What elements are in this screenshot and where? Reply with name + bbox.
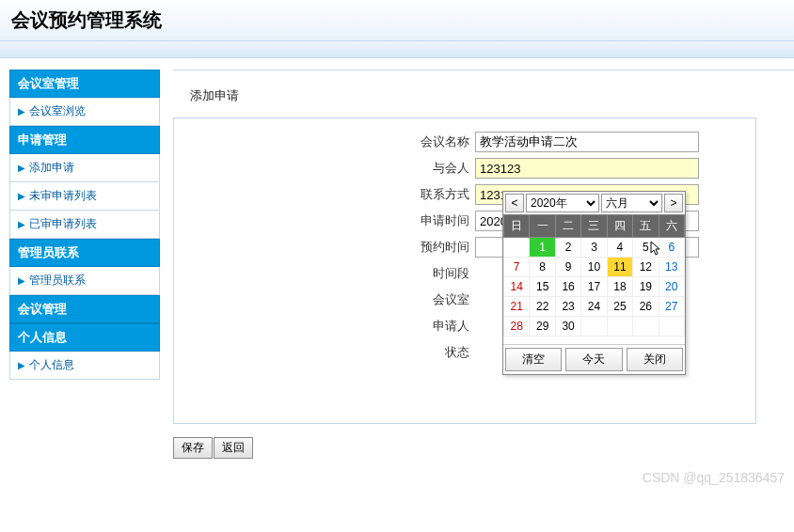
label-time-slot: 时间段	[174, 265, 475, 282]
calendar-day[interactable]: 11	[607, 258, 632, 277]
label-status: 状态	[174, 344, 475, 361]
calendar-weekday: 四	[607, 215, 632, 238]
sidebar-item-add-apply[interactable]: ▶添加申请	[9, 154, 160, 182]
calendar-day[interactable]: 20	[659, 277, 684, 297]
calendar-day	[581, 317, 607, 336]
calendar-year-select[interactable]: 2020年	[526, 194, 599, 212]
sidebar-item-profile[interactable]: ▶个人信息	[9, 352, 160, 380]
sidebar-item-admin-contact[interactable]: ▶管理员联系	[9, 267, 160, 295]
bullet-icon: ▶	[18, 106, 25, 117]
sidebar-item-reviewed[interactable]: ▶已审申请列表	[9, 211, 160, 239]
calendar-day[interactable]: 5	[633, 238, 659, 258]
calendar-day	[607, 317, 632, 336]
calendar-day[interactable]: 2	[555, 238, 580, 258]
button-bar: 保存返回	[173, 437, 794, 459]
calendar-day[interactable]: 16	[555, 277, 580, 297]
sidebar-header-profile[interactable]: 个人信息	[9, 323, 160, 352]
calendar-day[interactable]: 14	[504, 277, 530, 297]
calendar-day[interactable]: 13	[659, 258, 684, 277]
calendar-day[interactable]: 4	[607, 238, 632, 258]
calendar-weekday: 五	[633, 215, 659, 238]
calendar-day[interactable]: 27	[659, 297, 684, 317]
save-button[interactable]: 保存	[173, 437, 213, 459]
calendar-close-button[interactable]: 关闭	[627, 348, 683, 371]
bullet-icon: ▶	[18, 275, 25, 286]
calendar-day[interactable]: 22	[530, 297, 555, 317]
calendar-clear-button[interactable]: 清空	[505, 348, 562, 371]
calendar-month-select[interactable]: 六月	[601, 194, 662, 212]
calendar-weekday: 日	[504, 215, 530, 238]
calendar-grid: 日一二三四五六 12345678910111213141516171819202…	[503, 214, 685, 336]
calendar-day	[659, 317, 684, 336]
label-meeting-name: 会议名称	[174, 133, 475, 150]
calendar-day[interactable]: 10	[581, 258, 607, 277]
sidebar-header-room[interactable]: 会议室管理	[9, 70, 160, 98]
calendar-day[interactable]: 1	[530, 238, 555, 258]
calendar-day[interactable]: 7	[504, 258, 530, 277]
label-participants: 与会人	[174, 160, 475, 177]
calendar-next-button[interactable]: >	[664, 194, 683, 212]
sidebar: 会议室管理 ▶会议室浏览 申请管理 ▶添加申请 ▶未审申请列表 ▶已审申请列表 …	[9, 70, 160, 459]
calendar-day[interactable]: 6	[659, 238, 684, 258]
label-contact: 联系方式	[174, 186, 475, 203]
calendar-day[interactable]: 17	[581, 277, 607, 297]
input-meeting-name[interactable]	[475, 132, 699, 152]
calendar-day	[633, 317, 659, 336]
calendar-day[interactable]: 24	[581, 297, 607, 317]
sidebar-header-meeting[interactable]: 会议管理	[9, 295, 160, 323]
sidebar-item-pending[interactable]: ▶未审申请列表	[9, 182, 160, 211]
bullet-icon: ▶	[18, 163, 25, 173]
panel-title: 添加申请	[173, 82, 794, 117]
calendar-day[interactable]: 12	[633, 258, 659, 277]
label-apply-time: 申请时间	[174, 212, 475, 229]
back-button[interactable]: 返回	[214, 437, 253, 459]
label-room: 会议室	[174, 291, 475, 308]
calendar-day[interactable]: 28	[504, 317, 530, 336]
calendar-day[interactable]: 18	[607, 277, 632, 297]
calendar-day[interactable]: 29	[530, 317, 555, 336]
sidebar-item-room-browse[interactable]: ▶会议室浏览	[9, 98, 160, 126]
calendar-weekday: 三	[581, 215, 607, 238]
calendar-prev-button[interactable]: <	[505, 194, 524, 212]
calendar-weekday: 六	[659, 215, 684, 238]
main-panel: 添加申请 会议名称 与会人 联系方式 申请时间 预约时间 时间段 会议室 申请人…	[173, 70, 794, 459]
calendar-day[interactable]: 26	[633, 297, 659, 317]
app-header: 会议预约管理系统	[0, 0, 794, 41]
calendar-day[interactable]: 25	[607, 297, 632, 317]
calendar-day[interactable]: 3	[581, 238, 607, 258]
calendar-day[interactable]: 9	[555, 258, 580, 277]
sidebar-header-apply[interactable]: 申请管理	[9, 126, 160, 154]
calendar-weekday: 二	[555, 215, 580, 238]
calendar-day[interactable]: 19	[633, 277, 659, 297]
bullet-icon: ▶	[18, 360, 25, 370]
date-picker: < 2020年 六月 > 日一二三四五六 1234567891011121314…	[502, 191, 686, 375]
bullet-icon: ▶	[18, 191, 25, 201]
bullet-icon: ▶	[18, 219, 25, 229]
calendar-weekday: 一	[530, 215, 555, 238]
calendar-day	[504, 238, 530, 258]
label-applicant: 申请人	[174, 318, 475, 335]
calendar-day[interactable]: 15	[530, 277, 555, 297]
sidebar-header-admin[interactable]: 管理员联系	[9, 239, 160, 267]
top-bar	[0, 41, 794, 58]
calendar-day[interactable]: 21	[504, 297, 530, 317]
input-participants[interactable]	[475, 158, 699, 179]
calendar-today-button[interactable]: 今天	[565, 348, 622, 371]
calendar-day[interactable]: 30	[555, 317, 580, 336]
watermark: CSDN @qq_251836457	[643, 470, 785, 485]
label-reserve-time: 预约时间	[174, 239, 475, 256]
calendar-day[interactable]: 23	[555, 297, 580, 317]
calendar-day[interactable]: 8	[530, 258, 555, 277]
app-title: 会议预约管理系统	[11, 8, 783, 33]
